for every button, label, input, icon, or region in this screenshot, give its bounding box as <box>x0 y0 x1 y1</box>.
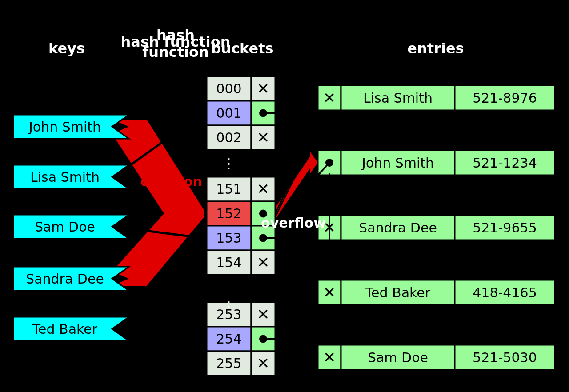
collision-label: collision <box>140 174 202 189</box>
header-hash-2: function <box>142 44 208 60</box>
null-icon: ✕ <box>257 253 270 271</box>
bucket-idx-label-254: 254 <box>216 331 241 347</box>
bucket-idx-label-001: 001 <box>216 105 241 121</box>
entry-name-label-3: Ted Baker <box>365 285 431 300</box>
entry-name-label-0: Lisa Smith <box>363 90 433 106</box>
header-keys: keys <box>48 40 85 57</box>
null-icon: ✕ <box>257 180 270 198</box>
entry-name-label-1: John Smith <box>361 155 434 171</box>
svg-line-19 <box>275 166 300 217</box>
svg-marker-1 <box>199 234 206 242</box>
svg-marker-17 <box>311 289 317 296</box>
entry-name-label-4: Sam Doe <box>368 350 428 365</box>
bucket-idx-label-154: 154 <box>216 255 241 270</box>
null-icon: ✕ <box>323 89 336 107</box>
hash-arrow <box>114 329 203 339</box>
entry-name-label-2: Sandra Dee <box>359 220 437 236</box>
entry-phone-label-3: 418-4165 <box>473 285 537 300</box>
null-icon: ✕ <box>323 284 336 301</box>
svg-marker-5 <box>311 94 317 101</box>
entry-phone-label-0: 521-8976 <box>473 90 537 106</box>
entry-phone-label-2: 521-9655 <box>473 220 537 236</box>
vdots-1: ⋮ <box>222 156 236 171</box>
null-icon: ✕ <box>257 128 270 146</box>
svg-marker-11 <box>311 354 317 361</box>
svg-line-4 <box>278 98 312 113</box>
header-hash-1: hash <box>156 27 195 44</box>
header-entries: entries <box>407 40 464 57</box>
bucket-idx-label-153: 153 <box>216 230 241 246</box>
bucket-idx-label-002: 002 <box>216 130 241 145</box>
svg-marker-2 <box>199 335 206 343</box>
overflow-label: overflow <box>261 215 326 231</box>
bucket-idx-label-255: 255 <box>216 356 241 371</box>
key-label-1: Lisa Smith <box>30 169 100 185</box>
header-buckets: buckets <box>211 40 273 57</box>
null-icon: ✕ <box>257 354 270 372</box>
key-label-3: Sandra Dee <box>26 271 104 287</box>
vdots-2: ⋮ <box>222 299 236 314</box>
key-label-2: Sam Doe <box>35 219 95 235</box>
entry-phone-label-4: 521-5030 <box>473 350 537 365</box>
null-icon: ✕ <box>323 348 336 366</box>
key-label-0: John Smith <box>28 119 101 135</box>
collision-arrow <box>275 152 318 220</box>
bucket-idx-label-152: 152 <box>216 206 241 221</box>
svg-marker-0 <box>199 109 206 117</box>
null-icon: ✕ <box>257 305 270 323</box>
bucket-idx-label-000: 000 <box>216 81 241 96</box>
svg-line-10 <box>278 339 312 358</box>
null-icon: ✕ <box>257 80 270 97</box>
bucket-idx-label-151: 151 <box>216 181 241 197</box>
entry-phone-label-1: 521-1234 <box>473 155 537 171</box>
key-label-4: Ted Baker <box>32 321 98 337</box>
